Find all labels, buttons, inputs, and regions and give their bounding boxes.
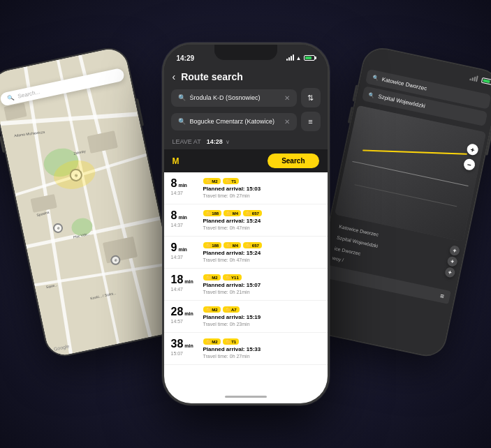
right-screen: 🔍 Katowice Dworzec 🔍 Szpital Wojewódzki	[307, 46, 491, 359]
right-signal-bars	[469, 75, 478, 82]
travel-time-3: Travel time: 0h 47min	[203, 257, 321, 262]
travel-time-6: Travel time: 0h 27min	[203, 354, 321, 359]
depart-time-2: 14:37	[171, 223, 184, 227]
app-header: ‹ Route search	[164, 67, 328, 88]
google-logo: Google	[53, 343, 70, 352]
signal-bar-3	[291, 56, 292, 61]
badge-m2-1: 🟡 M2	[203, 178, 221, 184]
status-time: 14:29	[177, 54, 195, 62]
result-item-1[interactable]: 8 min 14:37 🟡 M2 🟡 T1 Planned arrival: 1…	[164, 172, 328, 204]
right-map-line-3	[354, 184, 457, 207]
left-search-text: Search...	[17, 89, 41, 99]
right-map-area: + −	[335, 105, 486, 242]
route-col-6: 🟡 M2 🟡 T1 Planned arrival: 15:33 Travel …	[203, 338, 321, 359]
scene: 🔍 Search... ⊕ ⊕ ⊕	[0, 0, 491, 448]
right-battery-fill	[483, 79, 490, 83]
right-to-icon: 🔍	[368, 91, 375, 98]
right-from-icon: 🔍	[372, 75, 379, 82]
right-signal-bar-4	[476, 75, 478, 82]
badge-m2-6: 🟡 M2	[203, 338, 221, 345]
right-plus-3[interactable]: +	[444, 267, 456, 278]
right-battery-icon	[481, 77, 491, 85]
badge-188: 🟡 188	[203, 210, 222, 216]
right-plus-1[interactable]: +	[449, 245, 461, 257]
to-search-icon: 🔍	[178, 118, 186, 125]
home-indicator	[164, 389, 328, 403]
time-col-1: 8 min 14:37	[171, 178, 198, 195]
right-map-bg	[335, 105, 486, 242]
filter-icon[interactable]: ≡	[439, 292, 445, 300]
time-col-2: 8 min 14:37	[171, 210, 198, 227]
battery-fill	[305, 57, 312, 59]
from-field[interactable]: 🔍 Środula K-D (Sosnowiec) ✕	[171, 89, 297, 107]
leave-at-chevron: ∨	[226, 139, 230, 145]
result-item-2[interactable]: 8 min 14:37 🟡 188 🟡 M4 🟡 657 Plann	[164, 204, 328, 237]
filter-button[interactable]: ≡	[301, 112, 321, 131]
left-search-bar[interactable]: 🔍 Search...	[0, 68, 125, 107]
badges-1: 🟡 M2 🟡 T1	[203, 178, 321, 184]
moovit-logo: M	[173, 156, 179, 166]
minutes-2: 8	[171, 210, 177, 221]
moovit-bar: M Search	[164, 149, 328, 172]
notch	[214, 45, 277, 60]
search-section: 🔍 Środula K-D (Sosnowiec) ✕ ⇅ 🔍 Bogucke …	[164, 88, 328, 135]
minutes-1: 8	[171, 178, 177, 189]
header-title: Route search	[181, 71, 243, 82]
leave-at-bar[interactable]: LEAVE AT 14:28 ∨	[164, 135, 328, 149]
route-col-5: 🟡 M2 🟡 A7 Planned arrival: 15:19 Travel …	[203, 306, 321, 327]
min-label-2: min	[178, 215, 186, 220]
arrival-6: Planned arrival: 15:33	[203, 346, 321, 352]
to-clear-button[interactable]: ✕	[284, 118, 290, 126]
to-field[interactable]: 🔍 Bogucke Cmentarz (Katowice) ✕	[171, 113, 297, 130]
depart-time-4: 14:47	[171, 287, 184, 292]
badge-y11: 🟡 Y11	[223, 274, 242, 281]
back-button[interactable]: ‹	[173, 71, 176, 82]
right-plus-2[interactable]: +	[446, 255, 458, 267]
battery-icon	[304, 55, 315, 61]
badge-657: 🟡 657	[243, 210, 262, 216]
min-label-3: min	[178, 247, 186, 252]
time-col-3: 9 min 14:37	[171, 242, 198, 260]
travel-time-1: Travel time: 0h 27min	[203, 193, 321, 198]
arrival-1: Planned arrival: 15:03	[203, 186, 321, 192]
route-col-1: 🟡 M2 🟡 T1 Planned arrival: 15:03 Travel …	[203, 178, 321, 198]
left-phone: 🔍 Search... ⊕ ⊕ ⊕	[0, 44, 186, 359]
route-col-4: 🟡 M2 🟡 Y11 Planned arrival: 15:07 Travel…	[203, 274, 321, 294]
min-label-4: min	[184, 279, 193, 284]
swap-button[interactable]: ⇅	[301, 88, 321, 107]
badges-3: 🟡 188 🟡 M4 🟡 657	[203, 242, 321, 248]
wifi-icon: ▲	[296, 55, 302, 61]
status-icons: ▲	[286, 55, 315, 61]
badge-t1-6: 🟡 T1	[223, 338, 240, 345]
depart-time-6: 15:07	[171, 351, 184, 356]
min-label-5: min	[184, 311, 193, 316]
travel-time-4: Travel time: 0h 21min	[203, 290, 321, 294]
time-col-6: 38 min 15:07	[171, 338, 198, 356]
result-item-5[interactable]: 28 min 14:57 🟡 M2 🟡 A7 Planned arrival: …	[164, 301, 328, 333]
result-item-3[interactable]: 9 min 14:37 🟡 188 🟡 M4 🟡 657 Plann	[164, 237, 328, 269]
result-item-6[interactable]: 38 min 15:07 🟡 M2 🟡 T1 Planned arrival: …	[164, 333, 328, 365]
arrival-2: Planned arrival: 15:24	[203, 218, 321, 224]
center-phone: 14:29 ▲	[162, 43, 330, 405]
from-row: 🔍 Środula K-D (Sosnowiec) ✕ ⇅	[171, 88, 321, 107]
arrival-3: Planned arrival: 15:24	[203, 250, 321, 256]
from-clear-button[interactable]: ✕	[284, 94, 290, 102]
badge-t1-1: 🟡 T1	[223, 178, 240, 184]
badge-m2-4: 🟡 M2	[203, 274, 221, 281]
home-bar	[225, 396, 267, 398]
signal-bar-4	[293, 54, 294, 61]
route-col-2: 🟡 188 🟡 M4 🟡 657 Planned arrival: 15:24 …	[203, 210, 321, 230]
from-value: Środula K-D (Sosnowiec)	[190, 94, 280, 101]
leave-at-label: LEAVE AT	[173, 138, 201, 145]
to-row: 🔍 Bogucke Cmentarz (Katowice) ✕ ≡	[171, 112, 321, 131]
to-value: Bogucke Cmentarz (Katowice)	[190, 118, 280, 125]
minutes-6: 38	[171, 338, 184, 350]
min-label-1: min	[178, 183, 186, 188]
left-map: 🔍 Search... ⊕ ⊕ ⊕	[0, 46, 184, 359]
leave-at-time: 14:28	[207, 138, 223, 145]
signal-bar-2	[288, 57, 290, 61]
result-item-4[interactable]: 18 min 14:47 🟡 M2 🟡 Y11 Planned arrival:…	[164, 269, 328, 301]
depart-time-1: 14:37	[171, 191, 184, 195]
time-col-4: 18 min 14:47	[171, 274, 198, 292]
search-button[interactable]: Search	[268, 154, 318, 168]
